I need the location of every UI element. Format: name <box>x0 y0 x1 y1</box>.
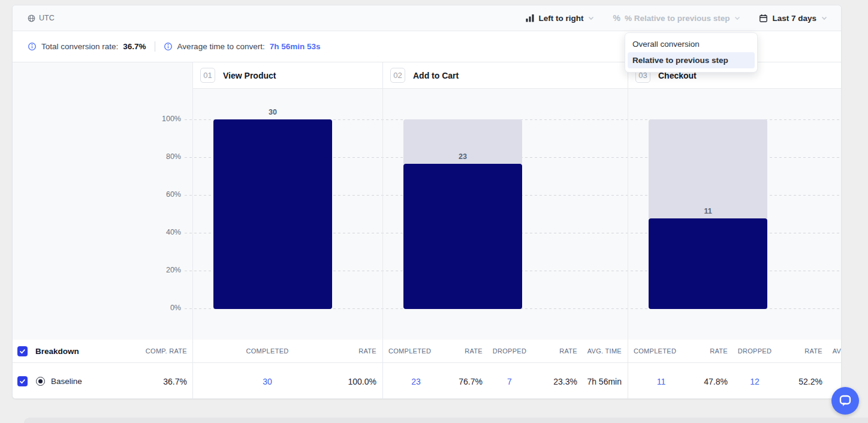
dropped-header: DROPPED <box>483 347 537 355</box>
check-icon <box>19 348 26 355</box>
step1-value-cells: 30 100.0% <box>192 363 382 399</box>
bar-value-label: 11 <box>649 207 767 215</box>
dropped-bar-segment[interactable] <box>649 119 767 218</box>
chevron-down-icon <box>734 14 741 22</box>
results-table-header: Breakdown COMP. RATE COMPLETED RATE COMP… <box>13 340 842 363</box>
funnel-card: UTC Left to right % % Relative to previo… <box>12 5 842 399</box>
step-title: Add to Cart <box>413 71 459 80</box>
breakdown-header-label: Breakdown <box>35 347 79 356</box>
dropdown-option-relative-to-previous-step[interactable]: Relative to previous step <box>628 52 755 68</box>
bar-value-label: 30 <box>213 108 332 116</box>
completed-header: COMPLETED <box>198 347 336 355</box>
percent-icon: % <box>613 13 620 23</box>
chevron-down-icon <box>821 14 828 22</box>
column-divider <box>192 62 193 398</box>
series-name: Baseline <box>51 377 82 386</box>
date-range-label: Last 7 days <box>772 14 816 23</box>
rate-value: 52.2% <box>782 377 822 386</box>
step-number: 01 <box>200 68 215 83</box>
step2-value-cells: 23 76.7% 7 23.3% 7h 56min <box>382 363 628 399</box>
baseline-checkbox[interactable] <box>17 376 28 386</box>
chevron-down-icon <box>587 14 595 22</box>
dropped-value-link[interactable]: 12 <box>728 377 782 386</box>
avg-time-value: 7h 56min <box>577 377 622 386</box>
step-title: View Product <box>223 71 276 80</box>
step-header-1: 01 View Product <box>192 62 382 89</box>
dropped-header: DROPPED <box>728 347 782 355</box>
completed-header: COMPLETED <box>388 347 444 355</box>
completed-value-link[interactable]: 23 <box>388 377 444 386</box>
y-axis-tick: 0% <box>13 304 181 312</box>
step-reference-dropdown: Overall conversion Relative to previous … <box>625 32 758 73</box>
column-divider <box>382 62 383 398</box>
step-reference-control[interactable]: % % Relative to previous step <box>613 13 741 23</box>
step-number: 02 <box>390 68 405 83</box>
next-panel-edge <box>24 418 868 423</box>
rate-value: 76.7% <box>444 377 483 386</box>
baseline-radio[interactable] <box>36 377 45 386</box>
baseline-row: Baseline 36.7% 30 100.0% 23 76.7% 7 23.3… <box>13 363 842 399</box>
y-axis-tick: 20% <box>13 266 181 274</box>
avg-time-label: Average time to convert: <box>177 42 265 51</box>
info-icon[interactable] <box>164 42 173 51</box>
step3-header-cells: COMPLETED RATE DROPPED RATE AVG. TIME <box>628 340 842 362</box>
rate-header: RATE <box>782 347 822 355</box>
check-icon <box>19 378 26 385</box>
dropped-value-link[interactable]: 7 <box>483 377 537 386</box>
breakdown-row-cell: Baseline 36.7% <box>13 363 192 399</box>
total-conversion-item: Total conversion rate: 36.7% <box>28 42 146 51</box>
globe-icon <box>28 14 35 22</box>
chat-bubble-icon <box>838 394 852 408</box>
completed-value-link[interactable]: 11 <box>634 377 689 386</box>
rate-value: 100.0% <box>336 377 376 386</box>
breakdown-header-cell: Breakdown COMP. RATE <box>13 340 192 362</box>
toolbar: UTC Left to right % % Relative to previo… <box>13 5 841 31</box>
y-axis-tick: 100% <box>13 115 181 123</box>
timezone-control[interactable]: UTC <box>28 14 55 22</box>
completed-bar-segment[interactable] <box>213 119 332 309</box>
avg-time-header: AVG. TIME <box>577 347 622 355</box>
column-divider <box>628 62 628 398</box>
completed-bar-segment[interactable] <box>649 218 767 309</box>
chat-launcher-button[interactable] <box>831 387 859 415</box>
rate-header: RATE <box>444 347 483 355</box>
y-axis-tick: 40% <box>13 228 181 236</box>
rate-header: RATE <box>537 347 577 355</box>
timezone-label: UTC <box>39 14 55 22</box>
completed-bar-segment[interactable] <box>403 164 522 309</box>
select-all-checkbox[interactable] <box>17 346 28 356</box>
total-conversion-value: 36.7% <box>123 42 146 51</box>
completed-header: COMPLETED <box>634 347 689 355</box>
completed-value-link[interactable]: 30 <box>198 377 336 386</box>
graph-order-control[interactable]: Left to right <box>526 14 595 23</box>
bar-chart-icon <box>526 14 534 22</box>
funnel-bar-add-to-cart: 23 <box>403 119 522 309</box>
date-range-control[interactable]: Last 7 days <box>759 14 828 23</box>
rate-value: 23.3% <box>537 377 577 386</box>
step3-value-cells: 11 47.8% 12 52.2% <box>628 363 842 399</box>
step-header-2: 02 Add to Cart <box>382 62 628 89</box>
step1-header-cells: COMPLETED RATE <box>192 340 382 362</box>
funnel-bar-checkout: 11 <box>649 119 767 309</box>
funnel-bar-view-product: 30 <box>213 119 332 309</box>
avg-time-header: AVG. TIME <box>822 347 842 355</box>
comp-rate-header: COMP. RATE <box>146 347 187 355</box>
y-axis-tick: 80% <box>13 152 181 161</box>
step2-header-cells: COMPLETED RATE DROPPED RATE AVG. TIME <box>382 340 628 362</box>
comp-rate-value: 36.7% <box>163 377 187 386</box>
avg-time-item: Average time to convert: 7h 56min 53s <box>164 42 321 51</box>
info-icon[interactable] <box>28 42 37 51</box>
rate-header: RATE <box>689 347 728 355</box>
funnel-chart: 01 View Product 02 Add to Cart 03 Checko… <box>13 62 842 340</box>
bar-value-label: 23 <box>403 152 522 161</box>
graph-order-label: Left to right <box>538 14 583 23</box>
avg-time-value: 7h 56min 53s <box>270 42 321 51</box>
dropdown-option-overall-conversion[interactable]: Overall conversion <box>628 36 755 52</box>
step-reference-label: % Relative to previous step <box>625 14 730 23</box>
total-conversion-label: Total conversion rate: <box>41 42 118 51</box>
rate-value: 47.8% <box>689 377 728 386</box>
calendar-icon <box>759 14 768 23</box>
divider <box>155 41 155 52</box>
y-axis-tick: 60% <box>13 190 181 199</box>
rate-header: RATE <box>336 347 376 355</box>
